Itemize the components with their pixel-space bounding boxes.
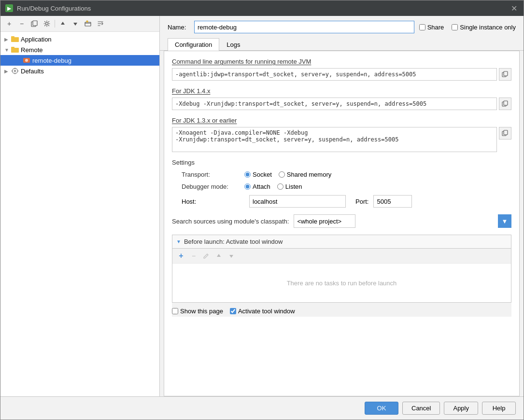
config-tree: ▶ Application ▼	[0, 32, 159, 396]
tree-item-application[interactable]: ▶ Application	[0, 34, 159, 44]
name-checkboxes: Share Single instance only	[419, 24, 516, 31]
run-debug-dialog: ▶ Run/Debug Configurations ✕ + −	[0, 0, 524, 420]
svg-point-11	[14, 70, 16, 72]
before-launch-up-button[interactable]	[213, 250, 225, 262]
listen-radio-label[interactable]: Listen	[277, 183, 302, 190]
move-up-button[interactable]	[57, 18, 69, 29]
host-input[interactable]	[249, 195, 346, 208]
jvm-cmd-row	[172, 68, 511, 81]
before-launch-arrow: ▼	[176, 239, 181, 244]
classpath-select[interactable]: <whole project>	[294, 214, 355, 228]
tab-logs[interactable]: Logs	[219, 38, 247, 51]
transport-label: Transport:	[182, 171, 244, 178]
classpath-label: Search sources using module's classpath:	[172, 218, 289, 225]
share-checkbox[interactable]	[419, 24, 425, 30]
port-input[interactable]	[373, 195, 412, 208]
tree-icon-remote	[11, 46, 19, 54]
attach-radio-label[interactable]: Attach	[244, 183, 270, 190]
tree-item-remote-debug[interactable]: remote-debug	[0, 55, 159, 66]
sort-button[interactable]	[95, 18, 106, 29]
tree-icon-defaults	[11, 67, 19, 75]
tree-item-remote[interactable]: ▼ Remote	[0, 44, 159, 55]
close-button[interactable]: ✕	[509, 3, 519, 13]
port-label: Port:	[355, 198, 368, 205]
svg-rect-1	[33, 21, 37, 26]
classpath-wrapper: <whole project> ▼	[294, 214, 511, 228]
jdk14-cmd-input[interactable]	[172, 98, 497, 110]
before-launch-empty-text: There are no tasks to run before launch	[287, 280, 397, 287]
settings-title: Settings	[172, 159, 511, 166]
name-row: Name: Share Single instance only	[160, 16, 524, 38]
activate-tool-checkbox-label[interactable]: Activate tool window	[230, 308, 295, 315]
settings-config-button[interactable]	[41, 18, 53, 29]
group-button[interactable]	[82, 18, 94, 29]
activate-tool-checkbox[interactable]	[230, 308, 236, 314]
jdk14-cmd-row	[172, 98, 511, 110]
transport-radio-group: Socket Shared memory	[244, 171, 331, 178]
apply-button[interactable]: Apply	[444, 402, 478, 415]
jdk13-section: For JDK 1.3.x or earlier -Xnoagent -Djav…	[172, 117, 511, 152]
tree-label-defaults: Defaults	[21, 68, 44, 75]
svg-point-9	[25, 59, 28, 62]
single-instance-label: Single instance only	[460, 24, 516, 31]
tree-arrow-defaults: ▶	[4, 69, 11, 74]
move-down-button[interactable]	[70, 18, 81, 29]
add-config-button[interactable]: +	[3, 18, 15, 29]
host-label: Host:	[182, 198, 244, 205]
before-launch-down-button[interactable]	[226, 250, 237, 262]
jdk13-title: For JDK 1.3.x or earlier	[172, 117, 511, 124]
before-launch-title: Before launch: Activate tool window	[184, 238, 283, 245]
classpath-arrow: ▼	[498, 214, 511, 228]
tree-label-remote-debug: remote-debug	[32, 57, 71, 64]
share-checkbox-label[interactable]: Share	[419, 24, 444, 31]
debugger-mode-radio-group: Attach Listen	[244, 183, 302, 190]
svg-rect-13	[504, 71, 508, 76]
title-bar-left: ▶ Run/Debug Configurations	[5, 4, 91, 12]
jdk14-title: For JDK 1.4.x	[172, 87, 511, 95]
tree-icon-remote-debug	[23, 56, 30, 64]
tree-arrow-remote: ▼	[4, 47, 11, 53]
svg-rect-3	[85, 22, 91, 26]
tree-arrow-application: ▶	[4, 37, 11, 42]
single-instance-checkbox[interactable]	[452, 24, 458, 30]
share-label: Share	[427, 24, 444, 31]
bottom-options-row: Show this page Activate tool window	[172, 303, 511, 317]
name-input[interactable]	[194, 21, 414, 33]
listen-radio[interactable]	[277, 183, 283, 190]
dialog-icon: ▶	[5, 4, 13, 12]
before-launch-edit-button[interactable]	[200, 250, 212, 262]
jdk14-copy-button[interactable]	[499, 98, 511, 110]
attach-radio[interactable]	[244, 183, 251, 190]
jvm-copy-button[interactable]	[499, 68, 511, 81]
svg-point-2	[46, 23, 48, 25]
copy-config-button[interactable]	[28, 18, 40, 29]
right-panel: Name: Share Single instance only Configu…	[160, 16, 524, 396]
show-page-checkbox[interactable]	[172, 308, 178, 314]
show-page-checkbox-label[interactable]: Show this page	[172, 308, 223, 315]
help-button[interactable]: Help	[482, 402, 516, 415]
socket-radio[interactable]	[244, 171, 251, 178]
single-instance-checkbox-label[interactable]: Single instance only	[452, 24, 516, 31]
before-launch-empty: There are no tasks to run before launch	[172, 264, 511, 302]
socket-radio-label[interactable]: Socket	[244, 171, 272, 178]
before-launch-remove-button[interactable]: −	[188, 250, 199, 262]
ok-button[interactable]: OK	[365, 402, 398, 415]
jdk13-cmd-textarea[interactable]: -Xnoagent -Djava.compiler=NONE -Xdebug -…	[172, 127, 497, 152]
jvm-cmd-input[interactable]	[172, 68, 497, 81]
before-launch-toolbar: + −	[172, 249, 511, 264]
remove-config-button[interactable]: −	[16, 18, 28, 29]
tree-item-defaults[interactable]: ▶ Defaults	[0, 66, 159, 76]
shared-memory-radio-label[interactable]: Shared memory	[279, 171, 331, 178]
jdk13-copy-button[interactable]	[499, 127, 511, 140]
svg-rect-17	[504, 130, 508, 135]
svg-rect-5	[11, 36, 14, 38]
svg-rect-7	[11, 47, 14, 48]
left-panel: + −	[0, 16, 160, 396]
title-bar: ▶ Run/Debug Configurations ✕	[0, 0, 524, 16]
attach-label: Attach	[253, 183, 270, 190]
cancel-button[interactable]: Cancel	[402, 402, 440, 415]
svg-rect-4	[11, 37, 19, 42]
shared-memory-radio[interactable]	[279, 171, 285, 178]
tab-configuration[interactable]: Configuration	[168, 38, 219, 51]
before-launch-add-button[interactable]: +	[175, 250, 187, 262]
